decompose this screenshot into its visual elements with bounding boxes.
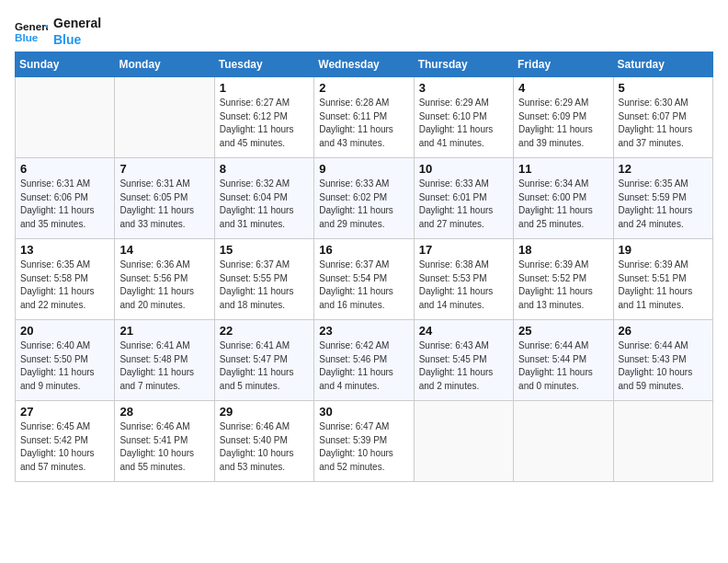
day-info: Sunrise: 6:46 AM Sunset: 5:40 PM Dayligh… <box>220 420 309 474</box>
calendar-cell: 30Sunrise: 6:47 AM Sunset: 5:39 PM Dayli… <box>314 401 414 482</box>
calendar-cell: 22Sunrise: 6:41 AM Sunset: 5:47 PM Dayli… <box>214 320 313 401</box>
day-info: Sunrise: 6:30 AM Sunset: 6:07 PM Dayligh… <box>619 97 708 150</box>
calendar-cell: 16Sunrise: 6:37 AM Sunset: 5:54 PM Dayli… <box>314 239 414 320</box>
calendar-cell: 27Sunrise: 6:45 AM Sunset: 5:42 PM Dayli… <box>16 401 115 482</box>
calendar-cell: 19Sunrise: 6:39 AM Sunset: 5:51 PM Dayli… <box>613 239 712 320</box>
day-number: 10 <box>419 162 508 176</box>
day-number: 6 <box>20 162 109 176</box>
calendar-cell <box>613 401 712 482</box>
day-info: Sunrise: 6:46 AM Sunset: 5:41 PM Dayligh… <box>119 420 209 474</box>
day-info: Sunrise: 6:39 AM Sunset: 5:52 PM Dayligh… <box>518 259 608 312</box>
calendar-cell: 4Sunrise: 6:29 AM Sunset: 6:09 PM Daylig… <box>514 77 613 158</box>
calendar-table: SundayMondayTuesdayWednesdayThursdayFrid… <box>15 52 713 482</box>
calendar-cell: 2Sunrise: 6:28 AM Sunset: 6:11 PM Daylig… <box>314 77 414 158</box>
calendar-cell: 11Sunrise: 6:34 AM Sunset: 6:00 PM Dayli… <box>514 158 613 239</box>
column-header-monday: Monday <box>115 52 214 77</box>
calendar-cell: 12Sunrise: 6:35 AM Sunset: 5:59 PM Dayli… <box>613 158 712 239</box>
day-info: Sunrise: 6:39 AM Sunset: 5:51 PM Dayligh… <box>619 259 708 312</box>
day-number: 15 <box>220 243 309 257</box>
calendar-cell: 8Sunrise: 6:32 AM Sunset: 6:04 PM Daylig… <box>214 158 313 239</box>
calendar-cell: 7Sunrise: 6:31 AM Sunset: 6:05 PM Daylig… <box>115 158 214 239</box>
day-number: 22 <box>220 324 309 338</box>
calendar-cell <box>414 401 513 482</box>
calendar-cell: 10Sunrise: 6:33 AM Sunset: 6:01 PM Dayli… <box>414 158 513 239</box>
day-number: 24 <box>419 324 508 338</box>
svg-text:Blue: Blue <box>15 31 39 43</box>
day-info: Sunrise: 6:31 AM Sunset: 6:05 PM Dayligh… <box>119 178 209 231</box>
column-header-thursday: Thursday <box>414 52 513 77</box>
page-header: General Blue General Blue <box>15 15 713 48</box>
calendar-cell: 18Sunrise: 6:39 AM Sunset: 5:52 PM Dayli… <box>514 239 613 320</box>
day-info: Sunrise: 6:40 AM Sunset: 5:50 PM Dayligh… <box>20 339 109 393</box>
day-number: 9 <box>319 162 408 176</box>
day-info: Sunrise: 6:27 AM Sunset: 6:12 PM Dayligh… <box>220 97 309 150</box>
day-info: Sunrise: 6:41 AM Sunset: 5:48 PM Dayligh… <box>119 339 209 393</box>
calendar-cell: 13Sunrise: 6:35 AM Sunset: 5:58 PM Dayli… <box>16 239 115 320</box>
day-info: Sunrise: 6:33 AM Sunset: 6:01 PM Dayligh… <box>419 178 508 231</box>
day-number: 16 <box>319 243 408 257</box>
day-number: 21 <box>119 324 209 338</box>
column-header-tuesday: Tuesday <box>214 52 313 77</box>
day-info: Sunrise: 6:38 AM Sunset: 5:53 PM Dayligh… <box>419 259 508 312</box>
calendar-cell: 6Sunrise: 6:31 AM Sunset: 6:06 PM Daylig… <box>16 158 115 239</box>
calendar-cell: 3Sunrise: 6:29 AM Sunset: 6:10 PM Daylig… <box>414 77 513 158</box>
day-info: Sunrise: 6:45 AM Sunset: 5:42 PM Dayligh… <box>20 420 109 474</box>
calendar-cell <box>514 401 613 482</box>
day-info: Sunrise: 6:44 AM Sunset: 5:43 PM Dayligh… <box>619 339 708 393</box>
day-info: Sunrise: 6:37 AM Sunset: 5:55 PM Dayligh… <box>220 259 309 312</box>
day-number: 4 <box>518 81 608 95</box>
logo: General Blue General Blue <box>15 15 101 48</box>
calendar-cell: 26Sunrise: 6:44 AM Sunset: 5:43 PM Dayli… <box>613 320 712 401</box>
logo-icon: General Blue <box>15 18 48 44</box>
day-info: Sunrise: 6:33 AM Sunset: 6:02 PM Dayligh… <box>319 178 408 231</box>
day-number: 3 <box>419 81 508 95</box>
calendar-cell: 29Sunrise: 6:46 AM Sunset: 5:40 PM Dayli… <box>214 401 313 482</box>
day-info: Sunrise: 6:36 AM Sunset: 5:56 PM Dayligh… <box>119 259 209 312</box>
calendar-cell: 23Sunrise: 6:42 AM Sunset: 5:46 PM Dayli… <box>314 320 414 401</box>
calendar-cell: 28Sunrise: 6:46 AM Sunset: 5:41 PM Dayli… <box>115 401 214 482</box>
day-info: Sunrise: 6:44 AM Sunset: 5:44 PM Dayligh… <box>518 339 608 393</box>
logo-text-general: General <box>53 15 101 31</box>
calendar-cell: 24Sunrise: 6:43 AM Sunset: 5:45 PM Dayli… <box>414 320 513 401</box>
calendar-cell <box>16 77 115 158</box>
day-number: 12 <box>619 162 708 176</box>
calendar-cell: 5Sunrise: 6:30 AM Sunset: 6:07 PM Daylig… <box>613 77 712 158</box>
day-number: 2 <box>319 81 408 95</box>
calendar-cell: 20Sunrise: 6:40 AM Sunset: 5:50 PM Dayli… <box>16 320 115 401</box>
day-number: 14 <box>119 243 209 257</box>
day-number: 11 <box>518 162 608 176</box>
day-number: 28 <box>119 405 209 419</box>
day-info: Sunrise: 6:35 AM Sunset: 5:58 PM Dayligh… <box>20 259 109 312</box>
day-info: Sunrise: 6:42 AM Sunset: 5:46 PM Dayligh… <box>319 339 408 393</box>
day-info: Sunrise: 6:41 AM Sunset: 5:47 PM Dayligh… <box>220 339 309 393</box>
column-header-friday: Friday <box>514 52 613 77</box>
calendar-cell: 14Sunrise: 6:36 AM Sunset: 5:56 PM Dayli… <box>115 239 214 320</box>
day-number: 18 <box>518 243 608 257</box>
calendar-cell: 1Sunrise: 6:27 AM Sunset: 6:12 PM Daylig… <box>214 77 313 158</box>
day-number: 26 <box>619 324 708 338</box>
calendar-cell <box>115 77 214 158</box>
day-number: 1 <box>220 81 309 95</box>
calendar-cell: 17Sunrise: 6:38 AM Sunset: 5:53 PM Dayli… <box>414 239 513 320</box>
calendar-cell: 9Sunrise: 6:33 AM Sunset: 6:02 PM Daylig… <box>314 158 414 239</box>
day-info: Sunrise: 6:29 AM Sunset: 6:09 PM Dayligh… <box>518 97 608 150</box>
calendar-cell: 25Sunrise: 6:44 AM Sunset: 5:44 PM Dayli… <box>514 320 613 401</box>
day-number: 19 <box>619 243 708 257</box>
day-number: 13 <box>20 243 109 257</box>
day-info: Sunrise: 6:35 AM Sunset: 5:59 PM Dayligh… <box>619 178 708 231</box>
day-info: Sunrise: 6:34 AM Sunset: 6:00 PM Dayligh… <box>518 178 608 231</box>
day-number: 20 <box>20 324 109 338</box>
day-info: Sunrise: 6:31 AM Sunset: 6:06 PM Dayligh… <box>20 178 109 231</box>
column-header-sunday: Sunday <box>16 52 115 77</box>
day-info: Sunrise: 6:29 AM Sunset: 6:10 PM Dayligh… <box>419 97 508 150</box>
day-info: Sunrise: 6:28 AM Sunset: 6:11 PM Dayligh… <box>319 97 408 150</box>
day-info: Sunrise: 6:47 AM Sunset: 5:39 PM Dayligh… <box>319 420 408 474</box>
day-number: 29 <box>220 405 309 419</box>
day-number: 23 <box>319 324 408 338</box>
calendar-cell: 21Sunrise: 6:41 AM Sunset: 5:48 PM Dayli… <box>115 320 214 401</box>
logo-text-blue: Blue <box>53 31 81 48</box>
calendar-cell: 15Sunrise: 6:37 AM Sunset: 5:55 PM Dayli… <box>214 239 313 320</box>
day-number: 25 <box>518 324 608 338</box>
day-info: Sunrise: 6:37 AM Sunset: 5:54 PM Dayligh… <box>319 259 408 312</box>
column-header-wednesday: Wednesday <box>314 52 414 77</box>
